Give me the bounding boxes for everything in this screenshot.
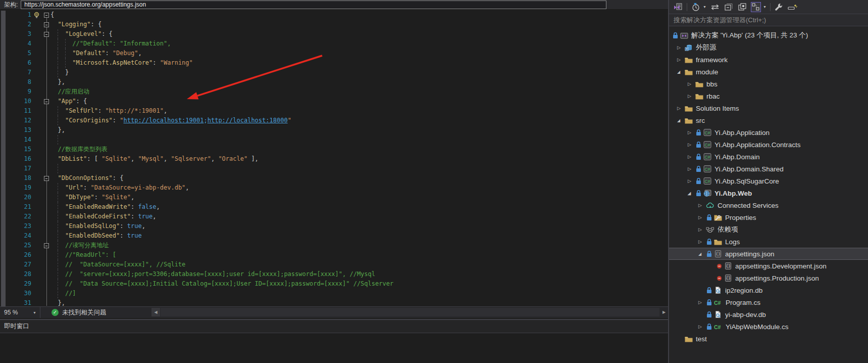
tree-item-yi.abp.sqlsugarcore[interactable]: ▷C#Yi.Abp.SqlSugarCore [669,175,868,187]
code-line[interactable]: 21 "EnabledReadWrite": false, [0,202,668,212]
tree-item-ip2region.db[interactable]: ip2region.db [669,284,868,296]
collapse-arrow-icon[interactable]: ◢ [677,118,685,123]
tree-item-properties[interactable]: ▷Properties [669,211,868,223]
tree-item-bbs[interactable]: ▷bbs [669,78,868,90]
fold-collapse-box[interactable] [44,176,49,181]
tree-item-appsettings.production.json[interactable]: {}appsettings.Production.json [669,272,868,284]
expand-arrow-icon[interactable]: ▷ [677,57,685,62]
tree-item-yi.abp.domain[interactable]: ▷C#Yi.Abp.Domain [669,151,868,163]
tree-item--yi.abp-23-23-[interactable]: 解决方案 'Yi.Abp' (23 个项目, 共 23 个) [669,29,868,41]
schema-url-combobox[interactable]: https://json.schemastore.org/appsettings… [21,1,606,9]
immediate-window-title[interactable]: 即时窗口 [0,320,668,333]
code-line[interactable]: 30 //] [0,289,668,298]
code-line[interactable]: 24 "EnabledDbSeed": true [0,231,668,241]
expand-arrow-icon[interactable]: ▷ [698,227,706,232]
tree-item-test[interactable]: test [669,333,868,345]
collapse-arrow-icon[interactable]: ◢ [677,70,685,74]
tree-item-solution-items[interactable]: ▷Solution Items [669,102,868,114]
expand-arrow-icon[interactable]: ▷ [688,130,695,135]
code-line[interactable]: 29 // "Data Source=[xxxx];Initial Catalo… [0,279,668,289]
code-line[interactable]: 15 //数据库类型列表 [0,145,668,154]
expand-arrow-icon[interactable]: ▷ [698,215,706,220]
expand-arrow-icon[interactable]: ▷ [688,154,695,159]
fold-collapse-box[interactable] [44,99,49,104]
collapse-arrow-icon[interactable]: ◢ [698,252,706,256]
expand-arrow-icon[interactable]: ▷ [688,178,695,184]
tree-item-logs[interactable]: ▷Logs [669,236,868,248]
history-filter-icon[interactable] [691,2,701,12]
code-line[interactable]: 26 //"ReadUrl": [ [0,250,668,260]
preview-selected-icon[interactable] [737,2,747,12]
code-line[interactable]: 5 "Default": "Debug", [0,49,668,58]
code-line[interactable]: 25 //读写分离地址 [0,241,668,250]
fold-collapse-box[interactable] [44,32,49,37]
expand-arrow-icon[interactable]: ▷ [698,239,706,244]
code-line[interactable]: 12 "CorsOrigins": "http://localhost:1900… [0,116,668,125]
document-health-indicator[interactable]: ✓ 未找到相关问题 [52,308,107,317]
tree-item--[interactable]: ▷外部源 [669,41,868,54]
fold-collapse-box[interactable] [44,243,49,248]
tree-item-yi.abp.web[interactable]: ◢Yi.Abp.Web [669,187,868,199]
tree-item-yiabpwebmodule.cs[interactable]: ▷C#YiAbpWebModule.cs [669,321,868,333]
hscroll-right-button[interactable]: ▶ [660,308,668,316]
wrench-icon[interactable] [774,2,784,12]
code-line[interactable]: 28 // "server=[xxxx];port=3306;database=… [0,269,668,279]
code-line[interactable]: 14 [0,135,668,145]
tree-item-module[interactable]: ◢module [669,66,868,78]
code-line[interactable]: 8 }, [0,77,668,87]
tree-item-appsettings.json[interactable]: ◢{}appsettings.json [669,248,868,260]
tree-item-rbac[interactable]: ▷rbac [669,90,868,102]
sync-with-active-document-icon[interactable] [751,2,761,12]
code-line[interactable]: 4 //"Default": "Information", [0,39,668,49]
code-line[interactable]: 19 "Url": "DataSource=yi-abp-dev.db", [0,183,668,193]
expand-arrow-icon[interactable]: ▷ [688,142,695,147]
code-line[interactable]: 13 }, [0,125,668,135]
chevron-down-icon[interactable]: ▼ [703,5,706,9]
code-line[interactable]: 23 "EnabledSqlLog": true, [0,221,668,231]
code-line[interactable]: 20 "DbType": "Sqlite", [0,193,668,202]
tree-item-yi.abp.application[interactable]: ▷C#Yi.Abp.Application [669,126,868,139]
tree-item-src[interactable]: ◢src [669,114,868,126]
code-line[interactable]: 9 //应用启动 [0,87,668,97]
hscroll-track[interactable] [161,308,659,316]
tree-item-yi.abp.domain.shared[interactable]: ▷C#Yi.Abp.Domain.Shared [669,163,868,175]
collapse-arrow-icon[interactable]: ◢ [688,191,695,196]
tree-item-framework[interactable]: ▷framework [669,54,868,66]
code-line[interactable]: 11 "SelfUrl": "http://*:19001", [0,106,668,116]
chevron-down-icon[interactable]: ▼ [763,5,767,9]
expand-arrow-icon[interactable]: ▷ [677,106,685,111]
code-line[interactable]: 17 [0,164,668,173]
expand-arrow-icon[interactable]: ▷ [688,94,695,99]
tree-item-yi.abp.application.contracts[interactable]: ▷C#Yi.Abp.Application.Contracts [669,139,868,151]
code-editor[interactable]: 1{2 "Logging": {3 "LogLevel": {4 //"Defa… [0,10,668,306]
add-new-item-icon[interactable] [788,2,798,12]
code-line[interactable]: 10 "App": { [0,97,668,106]
solution-search-input[interactable] [669,16,868,24]
code-line[interactable]: 7 } [0,68,668,77]
tree-item-program.cs[interactable]: ▷C#Program.cs [669,296,868,308]
code-line[interactable]: 27 // "DataSource=[xxxx]", //Sqlite [0,260,668,269]
fold-collapse-box[interactable] [44,13,49,18]
expand-arrow-icon[interactable]: ▷ [688,166,695,171]
zoom-selector[interactable]: 95 % ▼ [0,307,40,318]
code-line[interactable]: 22 "EnabledCodeFirst": true, [0,212,668,221]
code-line[interactable]: 3 "LogLevel": { [0,29,668,39]
expand-arrow-icon[interactable]: ▷ [698,324,706,329]
tree-item--[interactable]: ▷依赖项 [669,223,868,236]
expand-arrow-icon[interactable]: ▷ [698,203,706,208]
compare-icon[interactable] [710,2,720,12]
collapse-all-icon[interactable] [724,2,734,12]
tree-item-yi-abp-dev.db[interactable]: yi-abp-dev.db [669,308,868,321]
expand-arrow-icon[interactable]: ▷ [698,300,706,305]
hscroll-left-button[interactable]: ◀ [151,308,160,316]
code-line[interactable]: 18 "DbConnOptions": { [0,173,668,183]
switch-views-icon[interactable] [673,2,683,12]
code-line[interactable]: 1{ [0,10,668,20]
expand-arrow-icon[interactable]: ▷ [688,81,695,86]
tree-item-appsettings.development.json[interactable]: {}appsettings.Development.json [669,260,868,272]
code-line[interactable]: 31 }, [0,298,668,306]
code-line[interactable]: 6 "Microsoft.AspNetCore": "Warning" [0,58,668,68]
code-line[interactable]: 16 "DbList": [ "Sqlite", "Mysql", "Sqlse… [0,154,668,164]
code-line[interactable]: 2 "Logging": { [0,20,668,29]
tree-item-connected-services[interactable]: ▷Connected Services [669,199,868,211]
